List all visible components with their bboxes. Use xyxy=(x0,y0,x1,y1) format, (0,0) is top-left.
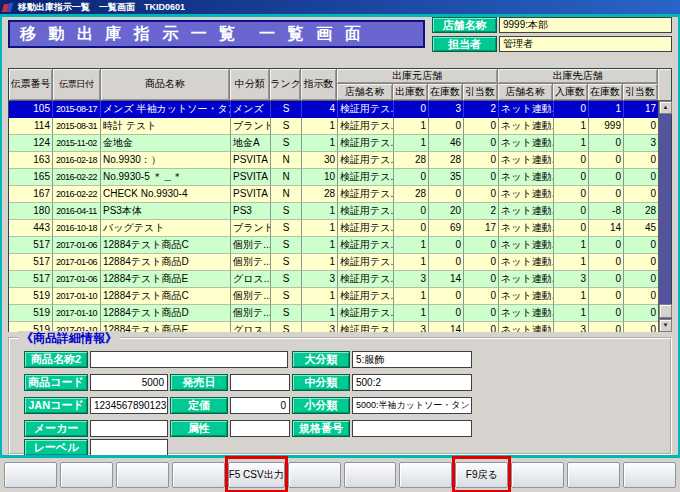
maker-field[interactable] xyxy=(90,420,168,437)
table-cell: ネット連動... xyxy=(499,135,554,152)
table-cell: ネット連動... xyxy=(499,169,554,186)
table-cell: -8 xyxy=(589,203,624,220)
record-label-label: レーベル xyxy=(24,439,88,456)
table-row[interactable]: 1052015-08-17メンズ 半袖カットソー・タンクメンズS4検証用テス..… xyxy=(9,101,659,118)
store-name-value: 9999:本部 xyxy=(499,17,672,33)
manager-label: 担当者 xyxy=(432,36,497,52)
table-cell: 1 xyxy=(394,288,429,305)
table-row[interactable]: 5172017-01-0612884テスト商品Eグロス...S3検証用テス...… xyxy=(9,271,659,288)
record-label-field[interactable] xyxy=(90,439,168,456)
table-cell: 0 xyxy=(464,288,499,305)
table-cell: 個別テ... xyxy=(231,305,271,322)
table-cell: 443 xyxy=(9,220,53,237)
table-cell: S xyxy=(271,118,302,135)
table-cell: 1 xyxy=(394,254,429,271)
table-cell: 0 xyxy=(624,305,659,322)
standard-number-field[interactable] xyxy=(352,420,472,437)
f5-highlight-box: F5 CSV出力 xyxy=(228,462,285,488)
small-category-field[interactable]: 5000:半袖カットソー・タンク xyxy=(352,397,472,414)
table-cell: 2015-08-31 xyxy=(53,118,101,135)
table-cell: 検証用テス... xyxy=(338,220,394,237)
fkey-button-7 xyxy=(344,462,397,488)
table-row[interactable]: 5192017-01-1012884テスト商品C個別テ...S1検証用テス...… xyxy=(9,288,659,305)
release-date-field[interactable] xyxy=(230,374,290,391)
table-row[interactable]: 1802016-04-11PS3本体PS3S1検証用テス...0202ネット連動… xyxy=(9,203,659,220)
table-cell: 0 xyxy=(624,186,659,203)
table-cell: ネット連動... xyxy=(499,271,554,288)
table-row[interactable]: 1652016-02-22No.9930-5 ＊＿＊PSVITAN10検証用テス… xyxy=(9,169,659,186)
fkey-button-8 xyxy=(399,462,452,488)
vertical-scrollbar[interactable]: ▲ ▼ xyxy=(658,101,671,332)
product-name2-field[interactable] xyxy=(90,351,288,368)
table-cell: S xyxy=(271,237,302,254)
scrollbar-thumb[interactable] xyxy=(659,304,672,318)
jan-code-field[interactable]: 1234567890123 xyxy=(90,397,168,414)
table-cell: 0 xyxy=(394,101,429,118)
mid-category-field[interactable]: 500:2 xyxy=(352,374,472,391)
table-cell: 個別テ... xyxy=(231,237,271,254)
table-cell: 1 xyxy=(589,101,624,118)
table-cell: 0 xyxy=(554,169,589,186)
table-cell: ネット連動... xyxy=(499,254,554,271)
jan-code-label: JANコード xyxy=(24,397,88,414)
col-header-dst-store-name: 店舗名称 xyxy=(498,84,553,100)
table-cell: 検証用テス... xyxy=(338,322,394,332)
scroll-up-button[interactable]: ▲ xyxy=(659,101,672,114)
f5-csv-export-button[interactable]: F5 CSV出力 xyxy=(228,462,285,488)
table-cell: 0 xyxy=(554,203,589,220)
table-row[interactable]: 1632016-02-18No.9930：）PSVITAN30検証用テス...2… xyxy=(9,152,659,169)
window-title: 移動出庫指示一覧 一覧画面 TKID0601 xyxy=(18,1,185,14)
table-cell: 3 xyxy=(429,101,464,118)
table-cell: S xyxy=(271,254,302,271)
table-cell: 0 xyxy=(624,118,659,135)
table-cell: 1 xyxy=(302,118,338,135)
table-cell: 163 xyxy=(9,152,53,169)
table-row[interactable]: 5172017-01-0612884テスト商品D個別テ...S1検証用テス...… xyxy=(9,254,659,271)
table-cell: 2 xyxy=(464,101,499,118)
table-cell: 124 xyxy=(9,135,53,152)
table-cell: 12884テスト商品D xyxy=(101,305,231,322)
table-cell: ネット連動... xyxy=(499,237,554,254)
table-cell: 12884テスト商品E xyxy=(101,271,231,288)
table-row[interactable]: 1672016-02-22CHECK No.9930-4PSVITAN28検証用… xyxy=(9,186,659,203)
table-cell: No.9930-5 ＊＿＊ xyxy=(101,169,231,186)
table-row[interactable]: 5172017-01-0612884テスト商品C個別テ...S1検証用テス...… xyxy=(9,237,659,254)
scroll-down-button[interactable]: ▼ xyxy=(659,319,672,332)
maker-label: メーカー xyxy=(24,420,88,437)
list-price-field[interactable]: 0 xyxy=(230,397,290,414)
mid-category-label: 中分類 xyxy=(292,374,350,391)
table-cell: 2017-01-06 xyxy=(53,271,101,288)
table-row[interactable]: 1142015-08-31時計 テストブランドS1検証用テス...100ネット連… xyxy=(9,118,659,135)
table-cell: 0 xyxy=(589,288,624,305)
table-row[interactable]: 5192017-01-1012884テスト商品D個別テ...S1検証用テス...… xyxy=(9,305,659,322)
table-cell: 0 xyxy=(624,271,659,288)
f9-back-button[interactable]: F9戻る xyxy=(455,462,508,488)
table-cell: 12884テスト商品C xyxy=(101,237,231,254)
window-titlebar: 移動出庫指示一覧 一覧画面 TKID0601 xyxy=(0,0,680,14)
table-cell: 12884テスト商品C xyxy=(101,288,231,305)
product-code-field[interactable]: 5000 xyxy=(90,374,168,391)
source-store-group: 出庫元店舗 店舗名称 出庫数 在庫数 引当数 xyxy=(337,69,498,100)
table-cell: 0 xyxy=(464,271,499,288)
table-cell: 517 xyxy=(9,254,53,271)
small-category-label: 小分類 xyxy=(292,397,350,414)
table-cell: 0 xyxy=(589,305,624,322)
table-cell: S xyxy=(271,135,302,152)
table-cell: 2 xyxy=(464,203,499,220)
large-category-field[interactable]: 5:服飾 xyxy=(352,351,472,368)
detail-panel: 《商品詳細情報》 商品名称2 大分類 5:服飾 商品コード 5000 発売日 中… xyxy=(8,337,672,455)
table-cell: 0 xyxy=(624,237,659,254)
col-header-src-out-qty: 出庫数 xyxy=(393,84,428,100)
attribute-field[interactable] xyxy=(230,420,290,437)
table-cell: 105 xyxy=(9,101,53,118)
table-cell: グロス... xyxy=(231,271,271,288)
table-cell: 0 xyxy=(554,220,589,237)
table-row[interactable]: 1242015-11-02金地金地金AS1検証用テス...1460ネット連動..… xyxy=(9,135,659,152)
instruction-grid: 伝票番号 伝票日付 商品名称 中分類 ランク 指示数 出庫元店舗 店舗名称 出庫… xyxy=(8,68,672,332)
table-cell: 14 xyxy=(429,271,464,288)
table-cell: 30 xyxy=(302,152,338,169)
table-row[interactable]: 4432016-10-18バッグテストブランドS1検証用テス...06917ネッ… xyxy=(9,220,659,237)
table-cell: 0 xyxy=(464,152,499,169)
table-cell: 0 xyxy=(464,118,499,135)
table-cell: 検証用テス... xyxy=(338,152,394,169)
